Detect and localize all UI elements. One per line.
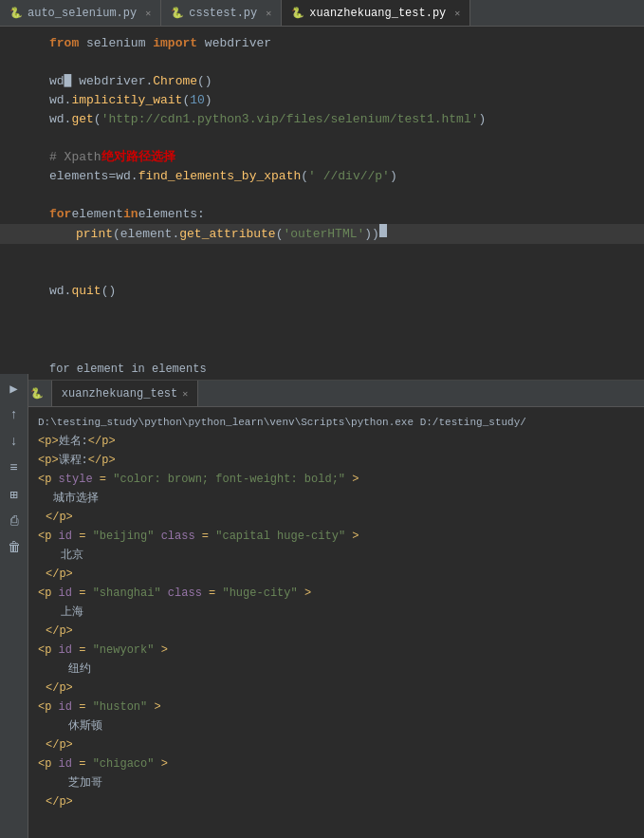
tab-close-css[interactable]: ✕ (266, 8, 271, 19)
code-line-8: elements = wd. find_elements_by_xpath ( … (0, 167, 644, 186)
terminal-header: un: 🐍 xuanzhekuang_test ✕ (0, 381, 644, 407)
tab-close-xuanzhekuang[interactable]: ✕ (454, 8, 460, 19)
sidebar: ▶ ↑ ↓ ≡ ⊞ ⎙ 🗑 (0, 374, 28, 838)
terminal-tab-label: xuanzhekuang_test (62, 387, 177, 400)
tab-label-css: csstest.py (189, 7, 257, 20)
code-line-1: from selenium import webdriver (0, 34, 644, 53)
code-line-6 (0, 129, 644, 148)
tab-csstest[interactable]: 🐍 csstest.py ✕ (161, 0, 282, 26)
code-line-9 (0, 186, 644, 205)
terminal-close[interactable]: ✕ (182, 388, 188, 400)
terminal-output-line-4c: </p> (38, 565, 635, 584)
terminal-output-line-3: <p style = "color: brown; font-weight: b… (38, 470, 635, 489)
sidebar-list-icon[interactable]: ≡ (5, 458, 24, 477)
keyword-from: from (49, 34, 79, 53)
code-line-12 (0, 244, 644, 263)
terminal-output-line-5b: 上海 (38, 603, 635, 622)
hover-line-text: for element in elements (49, 363, 207, 376)
terminal-output-line-7c: </p> (38, 736, 635, 754)
terminal-output-line-6b: 纽约 (38, 660, 635, 679)
terminal-output-line-8b: 芝加哥 (38, 773, 635, 792)
code-line-13 (0, 263, 644, 282)
code-line-15 (0, 301, 644, 320)
terminal-output-line-5c: </p> (38, 622, 635, 641)
code-line-7: # Xpath绝对路径选择 (0, 148, 644, 167)
terminal-output-line-2: <p>课程:</p> (38, 451, 635, 470)
terminal-output-line-7: <p id = "huston" > (38, 698, 635, 717)
sidebar-run-icon[interactable]: ▶ (5, 379, 24, 398)
hover-line-bar: for element in elements (0, 359, 644, 381)
code-line-10: for element in elements: (0, 205, 644, 224)
tab-xuanzhekuang[interactable]: 🐍 xuanzhekuang_test.py ✕ (282, 0, 470, 26)
code-line-14: wd. quit () (0, 282, 644, 301)
sidebar-down-icon[interactable]: ↓ (5, 432, 24, 451)
code-line-2 (0, 53, 644, 72)
terminal-output-line-4b: 北京 (38, 546, 635, 565)
tab-label-xuanzhekuang: xuanzhekuang_test.py (309, 7, 446, 20)
code-line-3: wd █ webdriver. Chrome () (0, 72, 644, 91)
code-editor: from selenium import webdriver wd █ webd… (0, 27, 644, 359)
terminal-path-line: D:\testing_study\python\python_learn\ven… (38, 413, 635, 432)
terminal-output-line-3c: </p> (38, 508, 635, 527)
terminal-output-line-3b: 城市选择 (38, 489, 635, 508)
terminal-output-line-6: <p id = "newyork" > (38, 641, 635, 660)
terminal-output-line-7b: 休斯顿 (38, 717, 635, 736)
sidebar-delete-icon[interactable]: 🗑 (5, 538, 24, 557)
tab-label-auto: auto_selenium.py (28, 7, 137, 20)
code-line-4: wd. implicitly_wait ( 10 ) (0, 91, 644, 110)
code-line-11: print (element. get_attribute ( 'outerHT… (0, 224, 644, 244)
terminal-output-line-6c: </p> (38, 679, 635, 698)
file-icon-auto: 🐍 (9, 7, 23, 19)
keyword-import: import (153, 34, 197, 53)
file-icon-css: 🐍 (171, 7, 184, 19)
sidebar-up-icon[interactable]: ↑ (5, 405, 24, 424)
terminal-output-line-8: <p id = "chigaco" > (38, 754, 635, 773)
tab-bar: 🐍 auto_selenium.py ✕ 🐍 csstest.py ✕ 🐍 xu… (0, 0, 644, 27)
file-icon-xuanzhekuang: 🐍 (291, 7, 304, 19)
sidebar-grid-icon[interactable]: ⊞ (5, 485, 24, 504)
terminal-output-line-5: <p id = "shanghai" class = "huge-city" > (38, 584, 635, 603)
code-line-5: wd. get ( 'http://cdn1.python3.vip/files… (0, 110, 644, 129)
terminal-output-line-4: <p id = "beijing" class = "capital huge-… (38, 527, 635, 546)
terminal-body: D:\testing_study\python\python_learn\ven… (0, 407, 644, 817)
tab-close-auto[interactable]: ✕ (145, 8, 151, 19)
terminal-tab-main[interactable]: xuanzhekuang_test ✕ (52, 381, 198, 406)
cursor (379, 224, 387, 237)
terminal-output-line-1: <p>姓名:</p> (38, 432, 635, 451)
terminal-output-line-8c: </p> (38, 792, 635, 811)
tab-auto-selenium[interactable]: 🐍 auto_selenium.py ✕ (0, 0, 161, 26)
sidebar-print-icon[interactable]: ⎙ (5, 512, 24, 531)
